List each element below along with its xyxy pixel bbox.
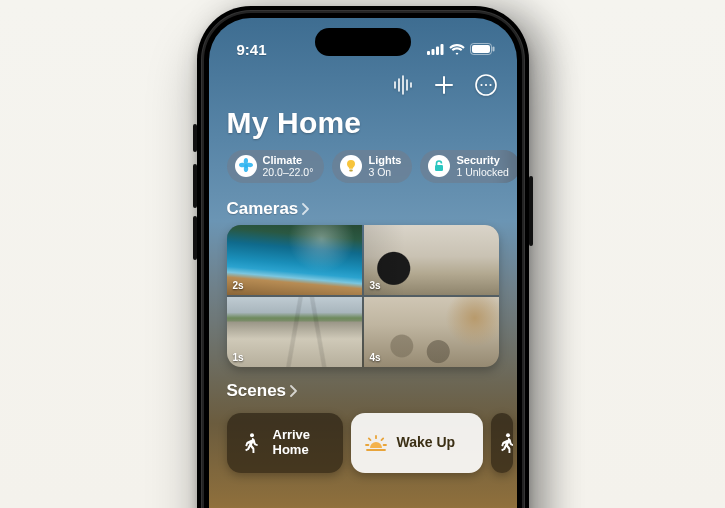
chip-lights[interactable]: Lights 3 On [332, 150, 412, 183]
chip-title: Security [456, 155, 509, 167]
person-walk-icon [241, 432, 263, 454]
svg-rect-19 [350, 170, 354, 172]
announce-button[interactable] [389, 72, 415, 98]
chevron-right-icon [290, 385, 298, 397]
svg-rect-0 [427, 51, 430, 55]
camera-tile-loft[interactable]: 3s [364, 225, 499, 295]
add-button[interactable] [431, 72, 457, 98]
status-bar: 9:41 [209, 18, 517, 66]
camera-grid: 2s 3s 1s 4s [227, 225, 499, 367]
scene-wake-up[interactable]: Wake Up [351, 413, 483, 473]
fan-icon [235, 155, 257, 177]
camera-tile-pool[interactable]: 2s [227, 225, 362, 295]
chip-title: Climate [263, 155, 314, 167]
svg-point-17 [489, 84, 491, 86]
page-title: My Home [209, 98, 517, 150]
camera-timestamp: 4s [370, 352, 381, 363]
svg-rect-2 [436, 46, 439, 55]
svg-point-16 [484, 84, 486, 86]
wifi-icon [449, 44, 465, 55]
svg-rect-6 [492, 47, 494, 52]
side-button [529, 176, 533, 246]
ringer-switch [193, 124, 197, 152]
section-title: Scenes [227, 381, 287, 401]
camera-tile-driveway[interactable]: 1s [227, 297, 362, 367]
svg-line-23 [368, 438, 370, 440]
battery-icon [470, 43, 495, 55]
cellular-icon [427, 44, 444, 55]
volume-up-button [193, 164, 197, 208]
svg-point-21 [250, 433, 254, 437]
camera-tile-living[interactable]: 4s [364, 297, 499, 367]
lock-icon [428, 155, 450, 177]
status-time: 9:41 [237, 41, 267, 58]
phone-screen: 9:41 [209, 18, 517, 508]
scenes-header[interactable]: Scenes [209, 367, 517, 407]
svg-point-28 [506, 433, 510, 437]
chip-title: Lights [368, 155, 401, 167]
chip-subtitle: 20.0–22.0° [263, 167, 314, 178]
svg-rect-3 [440, 44, 443, 55]
camera-timestamp: 2s [233, 280, 244, 291]
cameras-header[interactable]: Cameras [209, 195, 517, 225]
chip-security[interactable]: Security 1 Unlocked [420, 150, 516, 183]
scene-peek[interactable] [491, 413, 513, 473]
volume-down-button [193, 216, 197, 260]
svg-point-15 [480, 84, 482, 86]
svg-rect-20 [435, 165, 443, 171]
scenes-row: Arrive Home Wake Up [209, 407, 517, 473]
camera-timestamp: 1s [233, 352, 244, 363]
chip-subtitle: 1 Unlocked [456, 167, 509, 178]
chip-subtitle: 3 On [368, 167, 401, 178]
iphone-frame: 9:41 [197, 6, 529, 508]
svg-rect-5 [472, 45, 490, 53]
category-chips: Climate 20.0–22.0° Lights 3 On [209, 150, 517, 195]
scene-label: Arrive Home [273, 428, 311, 457]
more-button[interactable] [473, 72, 499, 98]
chip-climate[interactable]: Climate 20.0–22.0° [227, 150, 325, 183]
person-walk-icon [497, 432, 513, 454]
scene-label: Wake Up [397, 435, 456, 450]
svg-rect-1 [431, 49, 434, 55]
camera-timestamp: 3s [370, 280, 381, 291]
scene-arrive-home[interactable]: Arrive Home [227, 413, 343, 473]
bulb-icon [340, 155, 362, 177]
sunrise-icon [365, 432, 387, 454]
svg-line-24 [381, 438, 383, 440]
chevron-right-icon [302, 203, 310, 215]
section-title: Cameras [227, 199, 299, 219]
